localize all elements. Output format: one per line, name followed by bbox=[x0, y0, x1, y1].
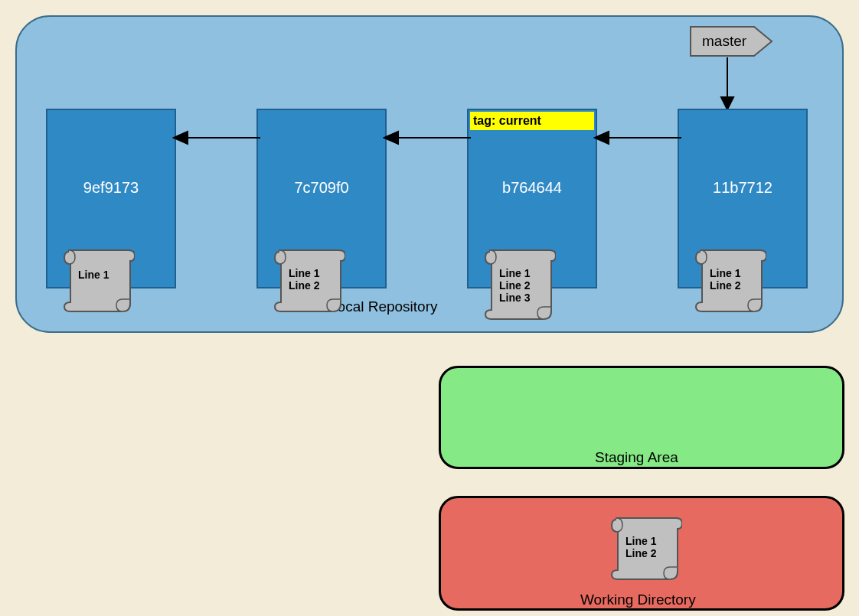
commit-hash-3: b764644 bbox=[469, 179, 596, 197]
arrow-c2-c1 bbox=[172, 126, 260, 149]
local-repository-label: Local Repository bbox=[329, 298, 438, 315]
commit-hash-2: 7c709f0 bbox=[258, 179, 385, 197]
svg-marker-7 bbox=[595, 132, 609, 144]
svg-marker-5 bbox=[384, 132, 398, 144]
arrow-master-to-commit bbox=[716, 57, 739, 111]
commit-hash-4: 11b7712 bbox=[679, 179, 806, 197]
scroll-text-commit-1: Line 1 bbox=[78, 269, 109, 281]
staging-area-label: Staging Area bbox=[595, 449, 678, 466]
scroll-text-commit-3: Line 1 Line 2 Line 3 bbox=[499, 267, 530, 304]
arrow-c3-c2 bbox=[383, 126, 471, 149]
svg-marker-1 bbox=[721, 97, 733, 109]
arrow-c4-c3 bbox=[593, 126, 681, 149]
master-branch-label: master bbox=[702, 33, 746, 50]
scroll-text-working: Line 1 Line 2 bbox=[625, 535, 656, 559]
scroll-text-commit-2: Line 1 Line 2 bbox=[289, 267, 319, 292]
svg-marker-3 bbox=[174, 132, 188, 144]
working-directory-label: Working Directory bbox=[580, 592, 696, 608]
scroll-text-commit-4: Line 1 Line 2 bbox=[710, 267, 740, 292]
commit-tag: tag: current bbox=[470, 112, 594, 130]
commit-hash-1: 9ef9173 bbox=[47, 179, 175, 197]
